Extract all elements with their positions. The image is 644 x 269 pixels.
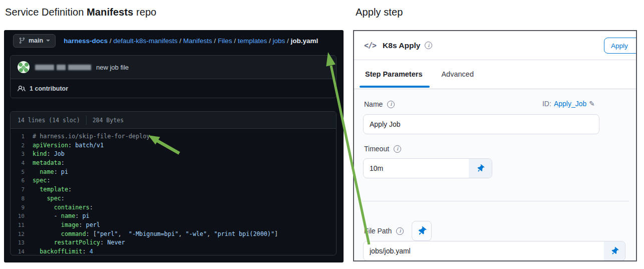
breadcrumb-separator: /	[178, 37, 183, 45]
line-number[interactable]: 8	[11, 194, 33, 203]
pin-icon	[416, 225, 428, 237]
apply-step-panel: </> K8s Apply i Apply Step Parameters Ad…	[353, 30, 637, 261]
breadcrumb: harness-docs / default-k8s-manifests / M…	[64, 37, 318, 45]
section-divider	[362, 201, 629, 201]
code-line-text: # harness.io/skip-file-for-deploy	[33, 132, 150, 141]
github-file-panel: main harness-docs / default-k8s-manifest…	[4, 30, 344, 262]
step-parameters-content: Namei ID: Apply_Job ✎ Timeouti File Path…	[354, 89, 636, 260]
info-icon[interactable]: i	[396, 227, 404, 235]
file-path-field-label: File Pathi	[364, 227, 404, 235]
code-line: 7 template:	[11, 185, 336, 194]
code-line: 10 - name: pi	[11, 212, 336, 221]
code-line-text: template:	[33, 185, 72, 194]
breadcrumb-link[interactable]: jobs	[272, 37, 285, 45]
stats-divider	[86, 116, 87, 125]
timeout-field-label: Timeouti	[364, 145, 401, 153]
contributors-row[interactable]: 1 contributor	[11, 79, 336, 98]
line-number[interactable]: 5	[11, 168, 33, 177]
code-line: 5 name: pi	[11, 168, 336, 177]
line-number[interactable]: 2	[11, 141, 33, 150]
line-number[interactable]: 13	[11, 238, 33, 247]
people-icon	[18, 85, 26, 93]
breadcrumb-repo-link[interactable]: harness-docs	[64, 37, 108, 45]
file-path-pin-button[interactable]	[412, 221, 432, 241]
step-id-row: ID: Apply_Job ✎	[542, 100, 595, 108]
contributor-count: 1 contributor	[30, 85, 68, 92]
breadcrumb-link[interactable]: default-k8s-manifests	[113, 37, 177, 45]
code-line: 11 image: perl	[11, 221, 336, 230]
code-line: 13 restartPolicy: Never	[11, 238, 336, 247]
code-line-text: spec:	[33, 176, 51, 185]
code-line-text: restartPolicy: Never	[33, 238, 125, 247]
avatar[interactable]	[18, 61, 30, 73]
git-branch-icon	[19, 37, 26, 44]
edit-pencil-icon[interactable]: ✎	[589, 100, 595, 108]
line-number[interactable]: 10	[11, 212, 33, 221]
info-icon[interactable]: i	[387, 101, 395, 108]
file-stats-bar: 14 lines (14 sloc) 284 Bytes	[11, 112, 336, 129]
step-title: K8s Apply	[383, 41, 420, 50]
code-line-text: apiVersion: batch/v1	[33, 141, 104, 150]
code-line-text: spec:	[33, 194, 65, 203]
right-section-title: Apply step	[356, 7, 403, 18]
line-number[interactable]: 6	[11, 176, 33, 185]
branch-name: main	[29, 37, 43, 44]
breadcrumb-link[interactable]: Manifests	[183, 37, 212, 45]
tab-advanced[interactable]: Advanced	[441, 70, 474, 78]
line-number[interactable]: 4	[11, 159, 33, 168]
file-path-value-pin-button[interactable]	[604, 241, 625, 260]
info-icon[interactable]: i	[425, 42, 432, 49]
breadcrumb-link[interactable]: Files	[218, 37, 232, 45]
step-tabs: Step Parameters Advanced	[354, 60, 636, 88]
branch-selector-button[interactable]: main	[13, 34, 56, 48]
file-content-box: 14 lines (14 sloc) 284 Bytes 1# harness.…	[10, 111, 337, 255]
code-line: 9 containers:	[11, 203, 336, 212]
name-input[interactable]	[363, 114, 599, 134]
code-step-icon: </>	[364, 41, 376, 50]
file-size: 284 Bytes	[93, 117, 124, 124]
line-number[interactable]: 7	[11, 185, 33, 194]
redacted-username	[35, 65, 91, 70]
left-section-title: Service Definition Manifests repo	[5, 7, 156, 18]
file-line-count: 14 lines (14 sloc)	[18, 117, 80, 124]
chevron-down-icon	[46, 40, 50, 42]
line-number[interactable]: 11	[11, 221, 33, 230]
breadcrumb-separator: /	[232, 37, 237, 45]
breadcrumb-separator: /	[285, 37, 290, 45]
line-number[interactable]: 3	[11, 150, 33, 159]
code-line: 3kind: Job	[11, 150, 336, 159]
code-line-text: metadata:	[33, 159, 65, 168]
breadcrumb-separator: /	[108, 37, 113, 45]
line-number[interactable]: 12	[11, 230, 33, 239]
id-label: ID:	[542, 100, 551, 108]
file-path-input[interactable]	[364, 241, 546, 260]
breadcrumb-current-file: job.yaml	[290, 37, 318, 45]
info-icon[interactable]: i	[394, 145, 401, 153]
line-number[interactable]: 1	[11, 132, 33, 141]
breadcrumb-link[interactable]: templates	[238, 37, 267, 45]
code-line: 2apiVersion: batch/v1	[11, 141, 336, 150]
code-line-text: - name: pi	[33, 212, 90, 221]
timeout-pin-button[interactable]	[469, 159, 492, 178]
pin-icon	[609, 245, 619, 256]
code-line-text: name: pi	[33, 168, 68, 177]
timeout-input[interactable]	[364, 159, 453, 178]
code-line: 1# harness.io/skip-file-for-deploy	[11, 132, 336, 141]
line-number[interactable]: 9	[11, 203, 33, 212]
code-line-text: kind: Job	[33, 150, 65, 159]
tab-step-parameters[interactable]: Step Parameters	[365, 70, 422, 78]
breadcrumb-separator: /	[212, 37, 218, 45]
code-line: 6spec:	[11, 176, 336, 185]
pin-icon	[475, 163, 485, 173]
code-area: 1# harness.io/skip-file-for-deploy2apiVe…	[11, 129, 336, 255]
apply-button[interactable]: Apply	[604, 38, 637, 54]
line-number[interactable]: 14	[11, 247, 33, 255]
step-id-link[interactable]: Apply_Job	[554, 100, 586, 108]
file-path-input-group	[363, 241, 625, 261]
code-line-text: backoffLimit: 4	[33, 247, 93, 255]
step-header: </> K8s Apply i Apply	[354, 31, 636, 60]
commit-message[interactable]: new job file	[96, 64, 129, 71]
code-line: 4metadata:	[11, 159, 336, 168]
code-line-text: containers:	[33, 203, 93, 212]
github-file-header: main harness-docs / default-k8s-manifest…	[4, 30, 344, 51]
